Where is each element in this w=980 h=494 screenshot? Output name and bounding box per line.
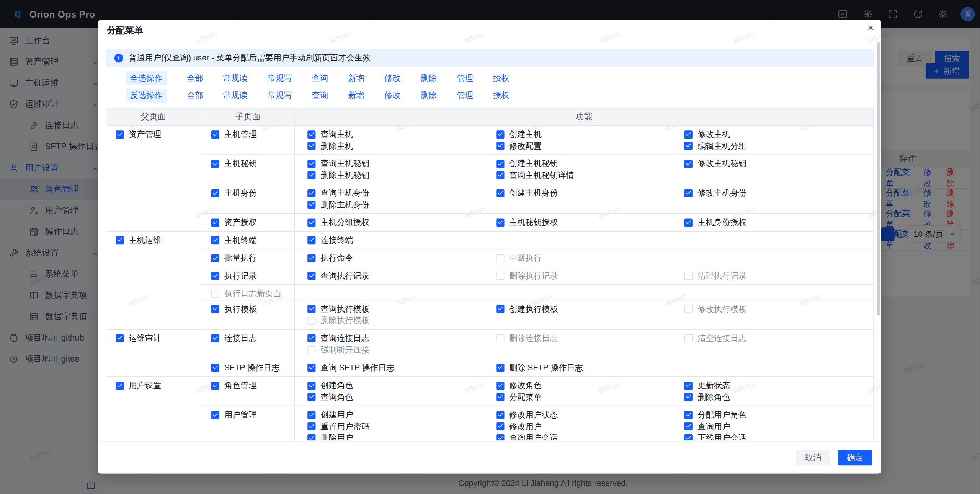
checkbox[interactable] [307,382,315,390]
checkbox[interactable] [116,334,124,342]
checkbox[interactable] [684,334,693,342]
checkbox[interactable] [684,189,693,197]
checkbox[interactable] [211,334,219,342]
checkbox[interactable] [211,411,219,419]
checkbox[interactable] [211,189,219,197]
filter-link[interactable]: 删除 [421,72,437,83]
close-icon[interactable]: × [867,23,874,33]
checkbox[interactable] [684,434,693,440]
function-checkbox-item: 创建执行模板 [496,303,685,315]
checkbox[interactable] [116,236,124,244]
checkbox[interactable] [307,130,315,138]
cancel-button[interactable]: 取消 [796,450,830,465]
checkbox[interactable] [496,160,504,168]
checkbox-label: 运维审计 [129,333,161,344]
checkbox[interactable] [211,236,219,244]
filter-link[interactable]: 授权 [493,72,509,83]
checkbox[interactable] [211,305,219,313]
checkbox[interactable] [211,130,219,138]
checkbox[interactable] [496,171,504,179]
checkbox[interactable] [211,290,219,298]
select-all-ops-link[interactable]: 全选操作 [126,71,167,85]
sub-page-row: 主机秘钥查询主机秘钥创建主机秘钥修改主机秘钥删除主机秘钥查询主机秘钥详情 [201,155,873,184]
checkbox[interactable] [496,142,504,150]
filter-link[interactable]: 全部 [187,90,203,101]
modal-scrollbar[interactable] [877,42,880,315]
checkbox[interactable] [307,236,315,244]
checkbox[interactable] [307,142,315,150]
checkbox[interactable] [496,305,504,313]
header-sub-page: 子页面 [201,108,295,125]
checkbox[interactable] [307,272,315,280]
invert-ops-link[interactable]: 反选操作 [126,89,167,103]
checkbox[interactable] [496,411,504,419]
filter-link[interactable]: 修改 [384,72,400,83]
checkbox[interactable] [116,130,124,138]
checkbox[interactable] [496,218,504,227]
filter-link[interactable]: 查询 [312,90,328,101]
checkbox[interactable] [211,364,219,372]
checkbox[interactable] [307,346,315,354]
filter-link[interactable]: 查询 [312,72,328,83]
checkbox[interactable] [307,160,315,168]
checkbox[interactable] [116,382,124,390]
checkbox[interactable] [307,393,315,401]
function-checkbox-item: 修改主机身份 [684,187,873,199]
filter-link[interactable]: 删除 [421,90,437,101]
filter-link[interactable]: 新增 [348,90,364,101]
checkbox[interactable] [211,382,219,390]
filter-link[interactable]: 管理 [457,72,473,83]
checkbox[interactable] [211,160,219,168]
ok-button[interactable]: 确定 [838,450,872,465]
checkbox[interactable] [496,189,504,197]
checkbox[interactable] [211,272,219,280]
checkbox[interactable] [496,422,504,430]
checkbox[interactable] [307,189,315,197]
checkbox[interactable] [684,393,693,401]
checkbox[interactable] [496,364,504,372]
filter-link[interactable]: 修改 [384,90,400,101]
checkbox[interactable] [307,305,315,313]
checkbox[interactable] [496,434,504,440]
checkbox[interactable] [307,422,315,430]
checkbox[interactable] [684,305,693,313]
filter-link[interactable]: 常规读 [223,90,248,101]
checkbox[interactable] [307,218,315,227]
checkbox[interactable] [307,171,315,179]
checkbox[interactable] [496,334,504,342]
checkbox[interactable] [684,422,693,430]
checkbox[interactable] [684,130,693,138]
checkbox[interactable] [307,316,315,324]
filter-link[interactable]: 常规读 [223,72,248,83]
checkbox[interactable] [684,382,693,390]
checkbox[interactable] [307,201,315,209]
checkbox[interactable] [496,254,504,262]
checkbox[interactable] [307,364,315,372]
checkbox[interactable] [684,142,693,150]
function-checkbox-item: 创建主机身份 [496,187,685,199]
filter-link[interactable]: 全部 [187,72,203,83]
function-checkbox-item: 清空连接日志 [684,333,873,344]
checkbox-label: 创建角色 [321,380,353,391]
checkbox[interactable] [684,411,693,419]
filter-link[interactable]: 管理 [457,90,473,101]
checkbox-label: 主机秘钥 [224,158,257,170]
checkbox[interactable] [684,272,693,280]
filter-link[interactable]: 常规写 [268,72,292,83]
function-checkbox-item: 修改执行模板 [684,303,873,315]
checkbox[interactable] [211,254,219,262]
filter-link[interactable]: 授权 [493,90,509,101]
checkbox[interactable] [684,160,693,168]
checkbox[interactable] [496,382,504,390]
checkbox[interactable] [307,411,315,419]
checkbox[interactable] [307,434,315,440]
checkbox[interactable] [307,254,315,262]
checkbox[interactable] [684,218,693,227]
checkbox[interactable] [496,393,504,401]
checkbox[interactable] [496,130,504,138]
filter-link[interactable]: 新增 [348,72,364,83]
checkbox[interactable] [307,334,315,342]
filter-link[interactable]: 常规写 [268,90,292,101]
checkbox[interactable] [211,218,219,227]
checkbox[interactable] [496,272,504,280]
